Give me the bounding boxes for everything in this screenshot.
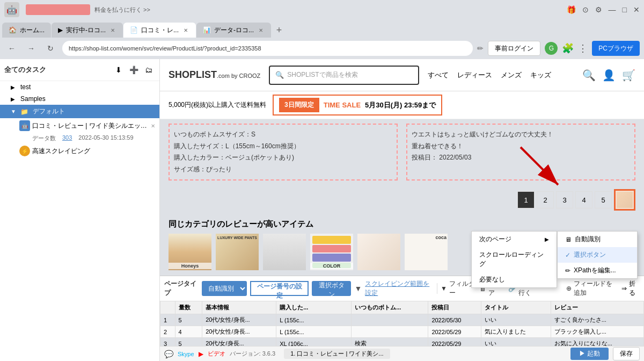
data-count-link[interactable]: 303 xyxy=(62,134,72,142)
address-input[interactable]: https://shop-list.com/women/svc/review/P… xyxy=(62,41,473,56)
sub-edit-xpath[interactable]: ✏ XPathを編集... xyxy=(558,263,637,278)
rec-item-coca[interactable]: coca xyxy=(405,234,448,270)
tab-running-label: 実行中-ロコ... xyxy=(66,26,106,35)
page-btn-1[interactable]: 1 xyxy=(517,191,535,208)
scraping-item[interactable]: ⚡ 高速スクレイピング xyxy=(0,143,159,158)
account-icon[interactable]: ⊙ xyxy=(582,5,589,14)
rec-item-model[interactable] xyxy=(263,234,306,270)
sidebar-item-default[interactable]: ▼ 📁 デフォルト xyxy=(0,105,159,118)
th-stars: 量数 xyxy=(175,301,202,314)
reload-button[interactable]: ↻ xyxy=(43,41,58,56)
page-btn-image[interactable] xyxy=(614,189,635,211)
add-task-icon[interactable]: ➕ xyxy=(127,63,140,76)
sub-auto-detect[interactable]: 🖥 自動識別 xyxy=(558,232,637,247)
shop-search-box[interactable]: 🔍 SHOPLISTで商品を検索 xyxy=(269,66,419,85)
page-btn-3[interactable]: 3 xyxy=(556,191,573,208)
folder-icon[interactable]: 🗂 xyxy=(142,63,155,76)
cell-title: いい xyxy=(481,314,551,326)
cell-title: いい xyxy=(481,338,551,346)
table-row[interactable]: 2 4 20代/女性/身長... L (155c... 2022/05/29 気… xyxy=(160,326,644,338)
task-close-icon[interactable]: ✕ xyxy=(151,123,155,129)
video-icon: ▶ xyxy=(199,350,203,358)
back-button[interactable]: ← xyxy=(4,41,19,56)
dropdown-scroll-loading[interactable]: スクロールローディング xyxy=(472,247,557,272)
tab-running-icon: ▶ xyxy=(58,26,63,34)
rec-item-honeys[interactable]: Honeys xyxy=(169,234,211,270)
forward-button[interactable]: → xyxy=(24,41,39,56)
shop-nav: すべて レディース メンズ キッズ xyxy=(428,70,551,80)
sidebar-item-test[interactable]: ▶ test xyxy=(0,81,159,93)
tab-running[interactable]: ▶ 実行中-ロコ... ✕ xyxy=(52,23,123,38)
dropdown-arrow[interactable]: ▼ xyxy=(354,284,362,293)
page-type-select[interactable]: 自動識別 xyxy=(202,281,247,296)
tab-home[interactable]: 🏠 ホーム... xyxy=(2,23,51,38)
nav-kids[interactable]: キッズ xyxy=(530,70,551,80)
page-btn-5[interactable]: 5 xyxy=(595,191,612,208)
honeys-brand: Honeys xyxy=(169,263,211,269)
tab-data-close[interactable]: ✕ xyxy=(257,26,265,34)
dropdown-next-page[interactable]: 次のページ ▶ xyxy=(472,232,557,247)
login-button[interactable]: 事前ログイン xyxy=(488,41,540,56)
time-sale-label: TIME SALE xyxy=(324,101,361,109)
tab-running-close[interactable]: ✕ xyxy=(109,26,116,34)
sidebar-item-samples[interactable]: ▶ Samples xyxy=(0,93,159,105)
cell-info: 20代/女性/身長... xyxy=(202,326,276,338)
table-row[interactable]: 1 5 20代/女性/身長... L (155c... 2022/05/30 い… xyxy=(160,314,644,326)
menu-btn[interactable]: ⋮ xyxy=(578,42,588,54)
page-btn-4[interactable]: 4 xyxy=(575,191,592,208)
scraping-range-link[interactable]: スクレイピング範囲を設定 xyxy=(365,279,434,298)
minimize-btn[interactable]: — xyxy=(609,5,616,14)
extension-btn[interactable]: 🧩 xyxy=(562,42,574,54)
address-text: https://shop-list.com/women/svc/review/P… xyxy=(69,45,261,52)
fold-button[interactable]: ⇒ 折る xyxy=(621,279,640,298)
tab-data-icon: 📊 xyxy=(203,26,211,34)
review-date-label: 投稿日： xyxy=(412,154,437,161)
cell-size: XL (106c... xyxy=(276,338,352,346)
start-button[interactable]: ▶ 起動 xyxy=(570,348,609,360)
pagination-area: 1 2 3 4 5 xyxy=(160,185,644,215)
download-icon[interactable]: ⬇ xyxy=(112,63,125,76)
nav-all[interactable]: すべて xyxy=(428,70,449,80)
not-needed-label: 必要なし xyxy=(479,275,505,284)
page-btn-2[interactable]: 2 xyxy=(537,191,554,208)
add-field-button[interactable]: ⊕ フィールドを追加 xyxy=(566,279,619,298)
sub-select-btn[interactable]: ✓ 選択ボタン xyxy=(558,247,637,263)
nav-mens[interactable]: メンズ xyxy=(501,70,522,80)
tab-data-label: データ-ロコ... xyxy=(214,26,254,35)
extension-icon[interactable]: 🎁 xyxy=(567,5,576,14)
time-sale-badge: 3日間限定 TIME SALE 5月30日(月) 23:59まで xyxy=(273,95,442,115)
cart-icon[interactable]: 🛒 xyxy=(622,69,635,82)
task-meta: データ数 303 2022-05-30 15:13:59 xyxy=(0,133,159,143)
table-row[interactable]: 3 5 20代/女/身長... XL (106c... 検索 2022/05/2… xyxy=(160,338,644,346)
dropdown-not-needed[interactable]: 必要なし xyxy=(472,272,557,287)
settings-icon[interactable]: ⚙ xyxy=(595,5,602,14)
rec-item-color[interactable]: COLOR xyxy=(310,234,353,270)
sidebar-header: 全てのタスク ⬇ ➕ 🗂 xyxy=(0,59,159,81)
task-row[interactable]: 🤖 口コミ・レビュー | ワイド美シルエット... ✕ xyxy=(0,118,159,133)
review-comment-1: ウエストはちょっと緩いけどゴムなので大丈夫！ xyxy=(412,129,630,141)
nav-ladies[interactable]: レディース xyxy=(457,70,492,80)
color-label: COLOR xyxy=(310,263,353,269)
tab-review[interactable]: 📄 口コミ・レ... ✕ xyxy=(123,23,196,38)
rec-item-luxury[interactable]: LUXURY WIDE PANTS xyxy=(216,234,259,270)
pc-browser-button[interactable]: PCブラウザ xyxy=(592,41,640,56)
rec-item-floral[interactable] xyxy=(357,234,400,270)
user-icon[interactable]: 👤 xyxy=(602,69,616,82)
th-title: タイトル xyxy=(481,301,551,314)
edit-xpath-label: XPathを編集... xyxy=(574,266,616,275)
new-tab-button[interactable]: + xyxy=(272,23,287,38)
page-num-button[interactable]: ページ番号の設定 xyxy=(250,281,309,296)
video-link[interactable]: ビデオ xyxy=(208,350,225,358)
skype-link[interactable]: Skype xyxy=(178,351,194,357)
cell-review: お気に入りになりな... xyxy=(551,338,643,346)
time-sale-tag: 3日間限定 xyxy=(279,98,319,112)
select-btn[interactable]: 選択ボタン xyxy=(312,281,351,296)
tab-data[interactable]: 📊 データ-ロコ... ✕ xyxy=(196,23,271,38)
search-btn-icon[interactable]: 🔍 xyxy=(582,69,596,82)
maximize-btn[interactable]: □ xyxy=(623,5,627,14)
tab-review-close[interactable]: ✕ xyxy=(182,26,189,34)
save-button[interactable]: 保存 xyxy=(613,347,640,360)
close-btn[interactable]: ✕ xyxy=(633,5,640,14)
auto-detect-icon: 🖥 xyxy=(565,236,572,243)
cell-size: L (155c... xyxy=(276,314,352,326)
